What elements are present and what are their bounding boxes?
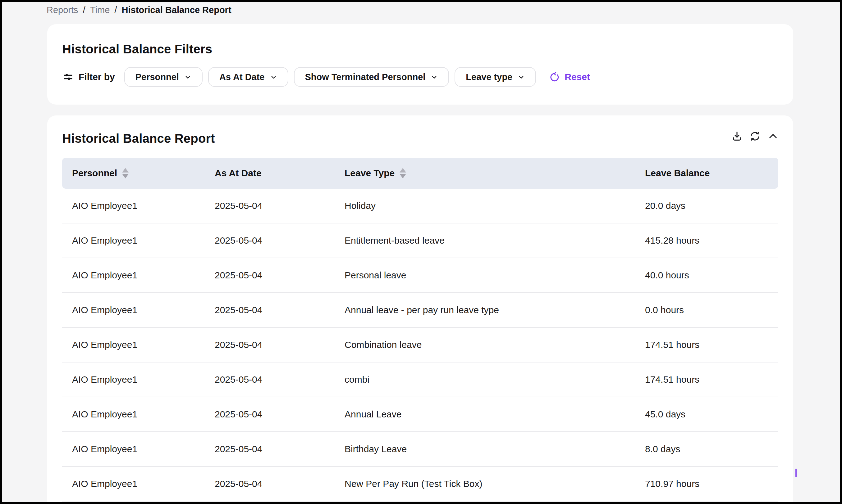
sort-icon (122, 168, 128, 178)
breadcrumb-separator: / (114, 5, 117, 15)
historical-balance-table: Personnel As At Date Leave Type (62, 158, 778, 502)
reset-icon (550, 72, 560, 82)
column-header-personnel[interactable]: Personnel (62, 158, 205, 189)
filters-card-title: Historical Balance Filters (62, 42, 212, 56)
app-viewport: { "colors": { "accent_purple": "#7C3AED"… (0, 0, 842, 504)
cell-personnel: AIO Employee1 (62, 328, 205, 362)
column-label: Leave Type (345, 168, 395, 178)
cell-personnel: AIO Employee1 (62, 293, 205, 328)
breadcrumb-current-page: Historical Balance Report (122, 5, 231, 15)
cell-personnel: AIO Employee1 (62, 432, 205, 467)
cell-as-at-date: 2025-05-04 (205, 258, 334, 293)
report-card: Historical Balance Report (47, 115, 793, 504)
cell-personnel: AIO Employee1 (62, 223, 205, 258)
breadcrumb-separator: / (83, 5, 85, 15)
column-header-leave-balance: Leave Balance (635, 158, 778, 189)
filter-dropdown-label: Leave type (466, 72, 512, 82)
clipped-widget-artifact (795, 469, 797, 477)
filter-dropdown-label: Personnel (136, 72, 179, 82)
table-row: AIO Employee12025-05-04Holiday20.0 days (62, 189, 778, 223)
chevron-down-icon (184, 74, 191, 81)
table-body: AIO Employee12025-05-04Holiday20.0 daysA… (62, 189, 778, 502)
filter-row: Filter by Personnel As At Date Show Term… (62, 67, 592, 87)
cell-as-at-date: 2025-05-04 (205, 189, 334, 223)
column-label: Personnel (72, 168, 117, 178)
filter-dropdown-label: As At Date (219, 72, 265, 82)
report-toolbar (731, 130, 779, 143)
table-row: AIO Employee12025-05-04Combination leave… (62, 328, 778, 362)
chevron-down-icon (431, 74, 438, 81)
cell-personnel: AIO Employee1 (62, 258, 205, 293)
sliders-icon (62, 72, 74, 82)
table-row: AIO Employee12025-05-04Birthday Leave8.0… (62, 432, 778, 467)
cell-leave-type: Personal leave (334, 258, 635, 293)
cell-leave-balance: 174.51 hours (635, 328, 778, 362)
cell-leave-type: New Per Pay Run (Test Tick Box) (334, 467, 635, 502)
cell-personnel: AIO Employee1 (62, 467, 205, 502)
filters-card: Historical Balance Filters Filter by Per… (47, 24, 793, 105)
breadcrumb: Reports / Time / Historical Balance Repo… (47, 2, 231, 17)
cell-as-at-date: 2025-05-04 (205, 362, 334, 397)
breadcrumb-reports[interactable]: Reports (47, 5, 78, 15)
filter-dropdown-leave-type[interactable]: Leave type (454, 67, 536, 87)
filter-dropdown-show-terminated-personnel[interactable]: Show Terminated Personnel (294, 67, 449, 87)
chevron-down-icon (518, 74, 525, 81)
cell-leave-balance: 8.0 days (635, 432, 778, 467)
cell-leave-balance: 710.97 hours (635, 467, 778, 502)
cell-personnel: AIO Employee1 (62, 397, 205, 432)
cell-leave-balance: 40.0 hours (635, 258, 778, 293)
cell-leave-balance: 174.51 hours (635, 362, 778, 397)
cell-leave-balance: 0.0 hours (635, 293, 778, 328)
column-header-as-at-date: As At Date (205, 158, 334, 189)
filter-dropdown-as-at-date[interactable]: As At Date (208, 67, 288, 87)
download-button[interactable] (731, 130, 743, 143)
cell-leave-type: Birthday Leave (334, 432, 635, 467)
report-card-title: Historical Balance Report (62, 131, 215, 146)
cell-leave-balance: 20.0 days (635, 189, 778, 223)
table-row: AIO Employee12025-05-04Annual Leave45.0 … (62, 397, 778, 432)
cell-as-at-date: 2025-05-04 (205, 328, 334, 362)
refresh-icon (749, 130, 761, 142)
breadcrumb-time[interactable]: Time (90, 5, 110, 15)
cell-as-at-date: 2025-05-04 (205, 397, 334, 432)
filter-dropdown-personnel[interactable]: Personnel (124, 67, 203, 87)
refresh-button[interactable] (749, 130, 761, 143)
cell-as-at-date: 2025-05-04 (205, 293, 334, 328)
chevron-down-icon (270, 74, 277, 81)
cell-personnel: AIO Employee1 (62, 362, 205, 397)
cell-leave-type: Holiday (334, 189, 635, 223)
cell-leave-type: Annual Leave (334, 397, 635, 432)
table-header: Personnel As At Date Leave Type (62, 158, 778, 189)
column-label: As At Date (215, 168, 262, 178)
reset-filters-button[interactable]: Reset (548, 71, 592, 83)
sort-icon (399, 168, 406, 178)
column-label: Leave Balance (645, 168, 710, 178)
table-row: AIO Employee12025-05-04New Per Pay Run (… (62, 467, 778, 502)
cell-leave-type: Combination leave (334, 328, 635, 362)
cell-leave-type: Entitlement-based leave (334, 223, 635, 258)
filter-by-label: Filter by (79, 72, 115, 82)
cell-leave-type: Annual leave - per pay run leave type (334, 293, 635, 328)
cell-personnel: AIO Employee1 (62, 189, 205, 223)
column-header-leave-type[interactable]: Leave Type (334, 158, 635, 189)
reset-label: Reset (565, 72, 590, 82)
chevron-up-icon (767, 130, 779, 142)
cell-leave-balance: 415.28 hours (635, 223, 778, 258)
cell-leave-type: combi (334, 362, 635, 397)
cell-as-at-date: 2025-05-04 (205, 223, 334, 258)
download-icon (731, 130, 743, 142)
cell-as-at-date: 2025-05-04 (205, 467, 334, 502)
table-row: AIO Employee12025-05-04Entitlement-based… (62, 223, 778, 258)
filter-dropdown-label: Show Terminated Personnel (305, 72, 426, 82)
cell-leave-balance: 45.0 days (635, 397, 778, 432)
filter-by-group: Filter by (62, 72, 115, 82)
table-row: AIO Employee12025-05-04combi174.51 hours (62, 362, 778, 397)
table-row: AIO Employee12025-05-04Annual leave - pe… (62, 293, 778, 328)
table-row: AIO Employee12025-05-04Personal leave40.… (62, 258, 778, 293)
collapse-button[interactable] (767, 130, 779, 143)
cell-as-at-date: 2025-05-04 (205, 432, 334, 467)
